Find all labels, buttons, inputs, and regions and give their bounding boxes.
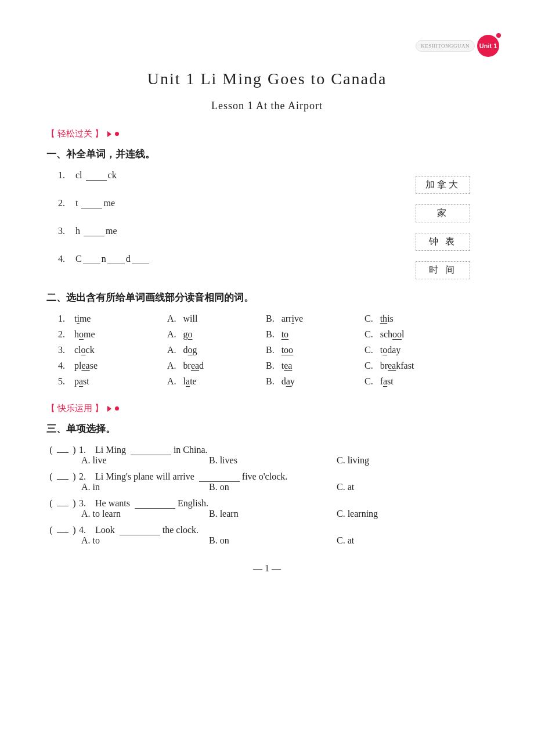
- mc-num-3: 3.: [79, 498, 95, 509]
- dot-icon-2: [115, 406, 119, 411]
- mc-num-2: 2.: [79, 471, 95, 482]
- section-happy-badge: 【 快乐运用 】: [46, 403, 119, 414]
- mc-opt-4b: B. on: [209, 535, 337, 546]
- word-row-4: 4. Cnd: [46, 254, 416, 275]
- paren-right-3: ): [70, 498, 79, 509]
- mc-blank-3: [57, 506, 68, 506]
- pron-b-1: B. arrive: [266, 314, 365, 324]
- main-title: Unit 1 Li Ming Goes to Canada: [46, 70, 488, 88]
- dot-icon: [115, 132, 119, 136]
- paren-right-1: ): [70, 445, 79, 455]
- pron-word-1: time: [74, 314, 167, 324]
- part1-heading: 一、补全单词，并连线。: [46, 147, 488, 161]
- pron-word-3: clock: [74, 345, 167, 355]
- mc-options-1: A. live B. lives C. living: [81, 455, 488, 466]
- arrow-icon-2: [107, 406, 111, 412]
- box-3: 钟 表: [416, 233, 470, 251]
- mc-q1: ( ) 1. Li Ming in China. A. live B. live…: [46, 445, 488, 466]
- mc-question-2: Li Ming's plane will arrive five o'clock…: [95, 471, 287, 482]
- keshi-logo: KESHITONGGUAN: [416, 40, 475, 52]
- pron-c-3: C. today: [365, 345, 457, 355]
- pron-b-5: B. day: [266, 376, 365, 387]
- mc-num-1: 1.: [79, 445, 95, 455]
- mc-blank-2: [57, 479, 68, 480]
- mc-opt-1c: C. living: [337, 455, 441, 466]
- mc-opt-3b: B. learn: [209, 509, 337, 519]
- mc-options-4: A. to B. on C. at: [81, 535, 488, 546]
- mc-opt-1a: A. live: [81, 455, 209, 466]
- pron-a-1: A. will: [167, 314, 266, 324]
- mc-blank-1: [57, 452, 68, 453]
- sub-title: Lesson 1 At the Airport: [46, 100, 488, 112]
- pron-row-5: 5. past A. late B. day C. fast: [46, 376, 488, 387]
- mc-q2: ( ) 2. Li Ming's plane will arrive five …: [46, 471, 488, 492]
- mc-blank-4: [57, 532, 68, 533]
- pron-c-1: C. this: [365, 314, 457, 324]
- pron-b-4: B. tea: [266, 361, 365, 371]
- paren-right-2: ): [70, 471, 79, 482]
- mc-opt-1b: B. lives: [209, 455, 337, 466]
- pron-a-5: A. late: [167, 376, 266, 387]
- mc-opt-2a: A. in: [81, 482, 209, 492]
- pron-word-2: home: [74, 329, 167, 340]
- pron-num-4: 4.: [58, 361, 74, 371]
- mc-options-3: A. to learn B. learn C. learning: [81, 509, 488, 519]
- box-4: 时 间: [416, 261, 470, 279]
- paren-left-1: (: [46, 445, 56, 455]
- mc-opt-4a: A. to: [81, 535, 209, 546]
- part2-content: 1. time A. will B. arrive C. this 2. hom…: [46, 314, 488, 387]
- mc-opt-3c: C. learning: [337, 509, 441, 519]
- mc-question-3: He wants English.: [95, 498, 208, 509]
- mc-opt-3a: A. to learn: [81, 509, 209, 519]
- mc-question-1: Li Ming in China.: [95, 445, 208, 455]
- arrow-icon: [107, 131, 111, 137]
- word-num-4: 4.: [58, 254, 75, 264]
- mc-num-4: 4.: [79, 525, 95, 535]
- word-text-2: t me: [75, 198, 115, 208]
- pron-word-5: past: [74, 376, 167, 387]
- word-num-3: 3.: [58, 226, 75, 236]
- page-number: — 1 —: [46, 563, 488, 574]
- paren-left-2: (: [46, 471, 56, 482]
- pron-row-4: 4. please A. bread B. tea C. breakfast: [46, 361, 488, 371]
- mc-opt-4c: C. at: [337, 535, 441, 546]
- unit-logo: Unit 1: [477, 35, 499, 57]
- word-row-3: 3. h me: [46, 226, 416, 247]
- pron-word-4: please: [74, 361, 167, 371]
- pron-a-2: A. go: [167, 329, 266, 340]
- pron-b-2: B. to: [266, 329, 365, 340]
- logo-area: KESHITONGGUAN Unit 1: [416, 35, 499, 57]
- part1-content: 1. cl ck 2. t me 3. h me 4. Cnd 加拿大 家 钟 …: [46, 170, 488, 282]
- word-text-1: cl ck: [75, 170, 117, 181]
- pron-num-3: 3.: [58, 345, 74, 355]
- mc-q4: ( ) 4. Look the clock. A. to B. on C. at: [46, 525, 488, 546]
- box-2: 家: [416, 204, 470, 222]
- pron-b-3: B. too: [266, 345, 365, 355]
- pron-a-3: A. dog: [167, 345, 266, 355]
- mc-opt-2c: C. at: [337, 482, 441, 492]
- mc-question-4: Look the clock.: [95, 525, 199, 535]
- part2-heading: 二、选出含有所给单词画线部分读音相同的词。: [46, 291, 488, 304]
- word-text-4: Cnd: [75, 254, 150, 264]
- word-text-3: h me: [75, 226, 117, 236]
- paren-left-4: (: [46, 525, 56, 535]
- word-row-2: 2. t me: [46, 198, 416, 219]
- mc-options-2: A. in B. on C. at: [81, 482, 488, 492]
- mc-opt-2b: B. on: [209, 482, 337, 492]
- pron-c-5: C. fast: [365, 376, 457, 387]
- pron-a-4: A. bread: [167, 361, 266, 371]
- part3-heading: 三、单项选择。: [46, 422, 488, 435]
- word-num-1: 1.: [58, 170, 75, 181]
- pron-row-2: 2. home A. go B. to C. school: [46, 329, 488, 340]
- part3-content: ( ) 1. Li Ming in China. A. live B. live…: [46, 445, 488, 546]
- pron-c-2: C. school: [365, 329, 457, 340]
- mc-q3: ( ) 3. He wants English. A. to learn B. …: [46, 498, 488, 519]
- pron-row-3: 3. clock A. dog B. too C. today: [46, 345, 488, 355]
- word-row-1: 1. cl ck: [46, 170, 416, 191]
- part1-boxes: 加拿大 家 钟 表 时 间: [416, 171, 470, 282]
- pron-c-4: C. breakfast: [365, 361, 457, 371]
- pron-row-1: 1. time A. will B. arrive C. this: [46, 314, 488, 324]
- section-easy-badge: 【 轻松过关 】: [46, 128, 119, 139]
- paren-left-3: (: [46, 498, 56, 509]
- part1-words: 1. cl ck 2. t me 3. h me 4. Cnd: [46, 170, 416, 282]
